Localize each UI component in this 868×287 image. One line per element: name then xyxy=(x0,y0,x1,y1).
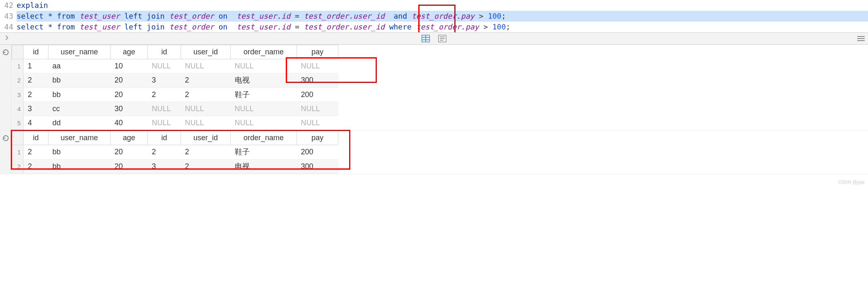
rownum-header xyxy=(12,45,24,59)
cell[interactable]: bb xyxy=(48,73,111,88)
table-row[interactable]: 11aa10NULLNULLNULLNULL xyxy=(12,59,338,73)
column-header[interactable]: id xyxy=(24,45,48,59)
cell[interactable]: 20 xyxy=(111,145,148,159)
cell[interactable]: NULL xyxy=(297,116,338,130)
column-header[interactable]: order_name xyxy=(231,131,297,145)
cell[interactable]: bb xyxy=(48,88,111,102)
row-number: 1 xyxy=(12,59,24,73)
row-number: 2 xyxy=(12,159,24,173)
cell[interactable]: aa xyxy=(48,59,111,73)
result-sidebar xyxy=(0,45,12,130)
column-header[interactable]: id xyxy=(148,131,181,145)
cell[interactable]: 20 xyxy=(111,88,148,102)
cell[interactable]: 4 xyxy=(24,116,48,130)
cell[interactable]: 2 xyxy=(181,145,231,159)
result-panel-1: iduser_nameageiduser_idorder_namepay11aa… xyxy=(0,45,868,131)
cell[interactable]: 200 xyxy=(297,145,338,159)
editor-line[interactable]: 42explain xyxy=(0,0,868,11)
column-header[interactable]: age xyxy=(111,45,148,59)
cell[interactable]: 20 xyxy=(111,159,148,173)
column-header[interactable]: user_name xyxy=(48,131,111,145)
code-content[interactable]: select * from test_user left join test_o… xyxy=(17,22,868,32)
cell[interactable]: NULL xyxy=(297,59,338,73)
cell[interactable]: 2 xyxy=(24,145,48,159)
cell[interactable]: NULL xyxy=(231,116,297,130)
column-header[interactable]: id xyxy=(148,45,181,59)
cell[interactable]: 2 xyxy=(24,88,48,102)
cell[interactable]: 2 xyxy=(24,159,48,173)
table-row[interactable]: 43cc30NULLNULLNULLNULL xyxy=(12,102,338,116)
cell[interactable]: NULL xyxy=(181,116,231,130)
cell[interactable]: 3 xyxy=(148,73,181,88)
sql-editor[interactable]: 42explain43select * from test_user left … xyxy=(0,0,868,32)
cell[interactable]: 30 xyxy=(111,102,148,116)
cell[interactable]: NULL xyxy=(181,59,231,73)
cell[interactable]: NULL xyxy=(148,102,181,116)
cell[interactable]: NULL xyxy=(297,102,338,116)
cell[interactable]: 2 xyxy=(181,159,231,173)
code-content[interactable]: explain xyxy=(17,0,868,11)
chevron-right-icon[interactable] xyxy=(3,34,11,43)
editor-line[interactable]: 43select * from test_user left join test… xyxy=(0,11,868,22)
refresh-icon[interactable] xyxy=(2,134,10,141)
cell[interactable]: 200 xyxy=(297,88,338,102)
cell[interactable]: NULL xyxy=(181,102,231,116)
cell[interactable]: 300 xyxy=(297,159,338,173)
cell[interactable]: 2 xyxy=(148,145,181,159)
watermark: CSDN @jyjie xyxy=(838,179,865,185)
column-header[interactable]: order_name xyxy=(231,45,297,59)
line-number: 44 xyxy=(0,22,17,32)
cell[interactable]: 2 xyxy=(181,88,231,102)
cell[interactable]: 电视 xyxy=(231,159,297,173)
cell[interactable]: 2 xyxy=(24,73,48,88)
cell[interactable]: 3 xyxy=(24,102,48,116)
table-row[interactable]: 22bb2032电视300 xyxy=(12,73,338,88)
cell[interactable]: 鞋子 xyxy=(231,88,297,102)
column-header[interactable]: pay xyxy=(297,45,338,59)
cell[interactable]: dd xyxy=(48,116,111,130)
row-number: 2 xyxy=(12,73,24,88)
result-sidebar xyxy=(0,131,12,174)
result-panel-2: iduser_nameageiduser_idorder_namepay12bb… xyxy=(0,131,868,174)
cell[interactable]: NULL xyxy=(231,59,297,73)
table-row[interactable]: 22bb2032电视300 xyxy=(12,159,338,173)
result-grid-1[interactable]: iduser_nameageiduser_idorder_namepay11aa… xyxy=(12,45,868,130)
cell[interactable]: 20 xyxy=(111,73,148,88)
table-row[interactable]: 32bb2022鞋子200 xyxy=(12,88,338,102)
cell[interactable]: 40 xyxy=(111,116,148,130)
result-grid-2[interactable]: iduser_nameageiduser_idorder_namepay12bb… xyxy=(12,131,868,174)
column-header[interactable]: id xyxy=(24,131,48,145)
column-header[interactable]: pay xyxy=(297,131,338,145)
cell[interactable]: NULL xyxy=(148,59,181,73)
line-number: 42 xyxy=(0,0,17,10)
table-row[interactable]: 54dd40NULLNULLNULLNULL xyxy=(12,116,338,130)
menu-icon[interactable] xyxy=(857,36,865,41)
code-content[interactable]: select * from test_user left join test_o… xyxy=(17,11,868,22)
table-row[interactable]: 12bb2022鞋子200 xyxy=(12,145,338,159)
editor-line[interactable]: 44select * from test_user left join test… xyxy=(0,22,868,32)
cell[interactable]: 鞋子 xyxy=(231,145,297,159)
refresh-icon[interactable] xyxy=(2,48,10,56)
results-toolbar xyxy=(0,32,868,45)
cell[interactable]: 2 xyxy=(181,73,231,88)
cell[interactable]: bb xyxy=(48,159,111,173)
cell[interactable]: 电视 xyxy=(231,73,297,88)
table-view-icon[interactable] xyxy=(421,34,430,43)
cell[interactable]: NULL xyxy=(148,116,181,130)
row-number: 5 xyxy=(12,116,24,130)
text-view-icon[interactable] xyxy=(438,34,447,43)
cell[interactable]: 300 xyxy=(297,73,338,88)
cell[interactable]: 2 xyxy=(148,88,181,102)
column-header[interactable]: age xyxy=(111,131,148,145)
cell[interactable]: 3 xyxy=(148,159,181,173)
row-number: 4 xyxy=(12,102,24,116)
cell[interactable]: 1 xyxy=(24,59,48,73)
cell[interactable]: 10 xyxy=(111,59,148,73)
cell[interactable]: NULL xyxy=(231,102,297,116)
cell[interactable]: cc xyxy=(48,102,111,116)
column-header[interactable]: user_id xyxy=(181,45,231,59)
cell[interactable]: bb xyxy=(48,145,111,159)
column-header[interactable]: user_name xyxy=(48,45,111,59)
column-header[interactable]: user_id xyxy=(181,131,231,145)
row-number: 1 xyxy=(12,145,24,159)
